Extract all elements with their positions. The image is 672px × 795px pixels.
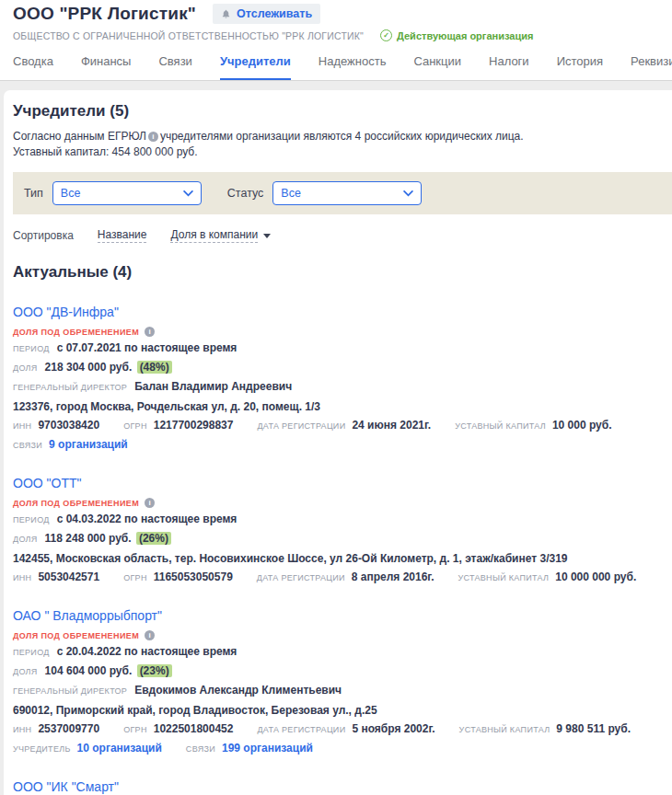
registry-row: ИНН2537009770 ОГРН1022501800452 ДАТА РЕГ… <box>13 722 672 737</box>
field-label: УСТАВНЫЙ КАПИТАЛ <box>458 571 549 585</box>
founder-link[interactable]: 10 организаций <box>77 742 162 755</box>
capital-value: 10 000 руб. <box>552 419 612 432</box>
relations-link[interactable]: 9 организаций <box>49 438 128 452</box>
info-icon[interactable] <box>145 630 155 640</box>
tab-sanktsii[interactable]: Санкции <box>413 54 461 80</box>
sort-option-share[interactable]: Доля в компании <box>170 228 271 243</box>
share-value: 218 304 000 руб. (48%) <box>45 361 172 374</box>
founder-card: ООО "ДВ-Инфра" ДОЛЯ ПОД ОБРЕМЕНЕНИЕМ ПЕР… <box>13 304 672 453</box>
share-row: ДОЛЯ 118 248 000 руб. (26%) <box>13 532 672 547</box>
share-percent-badge: (26%) <box>136 532 171 545</box>
address: 142455, Московская область, тер. Носових… <box>13 552 672 566</box>
page-header: ООО "РРК Логистик" Отслеживать ОБЩЕСТВО … <box>0 0 672 81</box>
tab-svyazi[interactable]: Связи <box>158 54 191 80</box>
sort-option-name[interactable]: Название <box>98 228 147 243</box>
company-link[interactable]: ООО "ДВ-Инфра" <box>13 305 119 319</box>
tab-finansy[interactable]: Финансы <box>81 54 132 80</box>
reg-date-value: 8 апреля 2016г. <box>352 570 434 584</box>
description-prefix: Согласно данным ЕГРЮЛ <box>13 130 146 143</box>
type-filter-select[interactable]: Все <box>52 181 202 205</box>
actual-section-heading: Актуальные (4) <box>13 263 672 282</box>
field-label: ГЕНЕРАЛЬНЫЙ ДИРЕКТОР <box>13 685 127 698</box>
filter-bar: Тип Все Статус Все <box>13 172 672 214</box>
relations-link[interactable]: 199 организаций <box>222 742 313 755</box>
share-value: 104 604 000 руб. (23%) <box>45 664 172 678</box>
period-row: ПЕРИОД с 20.04.2022 по настоящее время <box>13 645 672 660</box>
period-value: с 04.03.2022 по настоящее время <box>57 513 238 526</box>
sort-option-share-label: Доля в компании <box>170 228 258 243</box>
founders-description: Согласно данным ЕГРЮЛучредителями органи… <box>13 129 672 144</box>
inn-value: 5053042571 <box>38 570 99 584</box>
company-link[interactable]: ОАО " Владморрыбпорт" <box>13 608 162 623</box>
bell-icon <box>221 8 231 19</box>
tab-rekvizity[interactable]: Реквизиты <box>631 54 672 80</box>
founder-card: ООО "ОТТ" ДОЛЯ ПОД ОБРЕМЕНЕНИЕМ ПЕРИОД с… <box>13 475 672 585</box>
info-icon[interactable] <box>145 498 155 508</box>
status-filter-select[interactable]: Все <box>272 181 422 205</box>
ogrn-value: 1022501800452 <box>154 722 234 736</box>
capital-line: Уставный капитал: 454 800 000 руб. <box>13 144 672 160</box>
status-badge: ✓ Действующая организация <box>380 29 533 41</box>
field-label: СВЯЗИ <box>186 743 215 756</box>
sort-direction-icon <box>263 234 271 238</box>
founder-card: ООО "ИК "Смарт" ДОЛЯ ПОД ОБРЕМЕНЕНИЕМ ПЕ… <box>13 778 672 795</box>
period-row: ПЕРИОД с 07.07.2021 по настоящее время <box>13 341 672 356</box>
company-link[interactable]: ООО "ИК "Смарт" <box>13 779 119 794</box>
tab-uchrediteli[interactable]: Учредители <box>220 54 291 81</box>
address: 123376, город Москва, Рочдельская ул, д.… <box>13 400 672 414</box>
inn-value: 2537009770 <box>38 722 99 736</box>
period-row: ПЕРИОД с 04.03.2022 по настоящее время <box>13 513 672 527</box>
field-label: УСТАВНЫЙ КАПИТАЛ <box>455 420 546 433</box>
field-label: ГЕНЕРАЛЬНЫЙ ДИРЕКТОР <box>13 381 127 395</box>
share-value: 118 248 000 руб. (26%) <box>45 532 171 546</box>
ogrn-value: 1165053050579 <box>154 570 233 584</box>
reg-date-value: 24 июня 2021г. <box>352 419 431 432</box>
ogrn-value: 1217700298837 <box>154 419 234 432</box>
director-row: ГЕНЕРАЛЬНЫЙ ДИРЕКТОР Балан Владимир Андр… <box>13 380 672 395</box>
capital-value: 10 000 000 руб. <box>555 570 636 584</box>
field-label: ПЕРИОД <box>13 513 50 527</box>
page-title: ООО "РРК Логистик" <box>13 4 196 24</box>
encumbrance-label: ДОЛЯ ПОД ОБРЕМЕНЕНИЕМ <box>13 328 139 337</box>
info-icon[interactable] <box>145 327 155 337</box>
founder-card: ОАО " Владморрыбпорт" ДОЛЯ ПОД ОБРЕМЕНЕН… <box>13 607 672 756</box>
field-label: ОГРН <box>123 420 147 433</box>
field-label: ИНН <box>13 723 31 737</box>
sort-label: Сортировка <box>13 229 74 242</box>
address: 690012, Приморский край, город Владивост… <box>13 704 672 718</box>
follow-button[interactable]: Отслеживать <box>213 4 320 24</box>
field-label: ДАТА РЕГИСТРАЦИИ <box>257 571 345 585</box>
field-label: ДАТА РЕГИСТРАЦИИ <box>257 420 345 433</box>
encumbrance-label: ДОЛЯ ПОД ОБРЕМЕНЕНИЕМ <box>13 631 139 640</box>
field-label: ПЕРИОД <box>13 342 50 356</box>
field-label: ДОЛЯ <box>13 362 38 375</box>
encumbrance-label: ДОЛЯ ПОД ОБРЕМЕНЕНИЕМ <box>13 499 139 508</box>
follow-button-label: Отслеживать <box>237 7 312 20</box>
info-icon[interactable] <box>148 132 158 142</box>
share-row: ДОЛЯ 218 304 000 руб. (48%) <box>13 361 672 375</box>
share-percent-badge: (23%) <box>137 664 172 677</box>
tab-nadezhnost[interactable]: Надежность <box>319 54 387 80</box>
field-label: ПЕРИОД <box>13 646 50 660</box>
chevron-down-icon <box>403 190 413 197</box>
registry-row: ИНН5053042571 ОГРН1165053050579 ДАТА РЕГ… <box>13 570 672 585</box>
status-label: Действующая организация <box>397 30 533 41</box>
type-filter-label: Тип <box>24 187 43 200</box>
company-link[interactable]: ООО "ОТТ" <box>13 476 82 490</box>
field-label: ОГРН <box>123 571 147 585</box>
share-amount: 104 604 000 руб. <box>45 664 133 677</box>
capital-value: 9 980 511 руб. <box>556 722 631 736</box>
tab-svodka[interactable]: Сводка <box>13 54 53 80</box>
field-label: ДАТА РЕГИСТРАЦИИ <box>257 723 345 737</box>
tab-nalogi[interactable]: Налоги <box>489 54 529 80</box>
type-filter-value: Все <box>61 187 81 200</box>
tab-istoriya[interactable]: История <box>557 54 603 80</box>
director-value: Евдокимов Александр Климентьевич <box>134 684 342 697</box>
field-label: ДОЛЯ <box>13 665 38 679</box>
status-filter-value: Все <box>281 187 301 200</box>
relations-row: СВЯЗИ9 организаций <box>13 438 672 453</box>
founders-panel: Учредители (5) Согласно данным ЕГРЮЛучре… <box>4 90 672 795</box>
founders-heading: Учредители (5) <box>13 102 672 121</box>
field-label: ИНН <box>13 420 31 433</box>
share-percent-badge: (48%) <box>137 361 172 374</box>
